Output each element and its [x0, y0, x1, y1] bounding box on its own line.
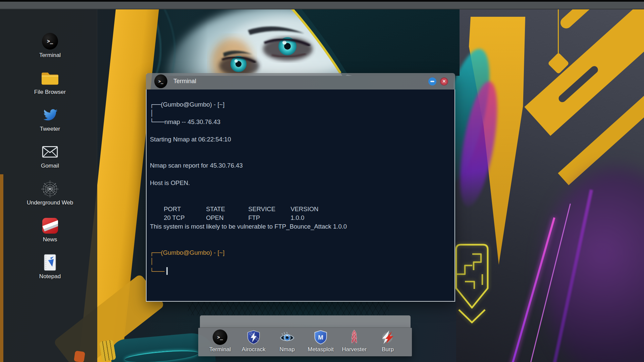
folder-icon	[41, 69, 59, 87]
terminal-cursor	[166, 267, 168, 275]
bird-icon	[41, 106, 59, 124]
dock: >_ Terminal Airocrack	[198, 328, 412, 356]
desktop-icon-tweeter[interactable]: Tweeter	[19, 106, 80, 132]
wallpaper-hair	[453, 40, 514, 228]
desktop-icon-terminal[interactable]: >_ Terminal	[19, 32, 80, 59]
dock-item-airocrack[interactable]: Airocrack	[237, 328, 270, 356]
dock-item-label: Airocrack	[242, 346, 266, 353]
terminal-line-starting: Starting Nmap at 06:22:54:10	[150, 135, 448, 144]
dock-item-label: Harvester	[342, 346, 367, 353]
desktop-icon-label: Notepad	[39, 273, 61, 280]
dock-item-label: Terminal	[209, 346, 231, 353]
top-menubar[interactable]	[0, 0, 644, 9]
desktop-icon-gomail[interactable]: Gomail	[19, 142, 80, 169]
terminal-line-report: Nmap scan report for 45.30.76.43	[150, 161, 448, 170]
wheat-icon	[346, 329, 362, 345]
eye-icon	[279, 329, 295, 345]
prompt-identity: (Gumbo@Gumbo) - [~]	[161, 249, 225, 256]
prompt-line: │	[150, 109, 448, 118]
port-table-header: PORTSTATESERVICEVERSION	[150, 196, 448, 205]
desktop-icon-label: Terminal	[39, 52, 61, 59]
prompt-line: ┌──(Gumbo@Gumbo) - [~]	[150, 100, 448, 109]
terminal-line-host: Host is OPEN.	[150, 179, 448, 187]
minimize-button[interactable]	[428, 77, 436, 85]
wallpaper-fence-texture	[188, 299, 389, 315]
terminal-line-vulnerability: This system is most likely to be vulnera…	[150, 222, 448, 231]
close-icon: ✕	[442, 79, 446, 83]
prompt-line: │	[150, 257, 448, 266]
shield-m-icon: M	[313, 329, 328, 345]
desktop-icon-label: News	[43, 236, 57, 243]
svg-text:M: M	[318, 334, 323, 341]
desktop-icon-underground-web[interactable]: Underground Web	[19, 179, 80, 206]
dock-item-harvester[interactable]: Harvester	[337, 328, 371, 356]
shield-bolt-icon	[246, 329, 261, 345]
window-titlebar[interactable]: >_ Terminal ✕	[146, 73, 455, 89]
desktop-icon-label: Underground Web	[27, 199, 73, 206]
wallpaper-pendant-line	[558, 9, 559, 57]
prompt-line: └───	[150, 266, 448, 275]
terminal-window: >_ Terminal ✕ ┌──(Gumbo@Gumbo) - [~] │ └…	[146, 73, 455, 302]
wallpaper-glove-accent	[74, 351, 85, 362]
wallpaper-neon-emblem	[453, 242, 490, 326]
desktop-icon-news[interactable]: News	[19, 216, 80, 243]
globe-bolt-icon	[380, 329, 395, 345]
dock-item-nmap[interactable]: Nmap	[270, 328, 304, 356]
dock-item-terminal[interactable]: >_ Terminal	[203, 328, 237, 356]
dock-item-label: Burp	[382, 346, 394, 353]
desktop-icon-file-browser[interactable]: File Browser	[19, 69, 80, 96]
prompt-line: ┌──(Gumbo@Gumbo) - [~]	[150, 248, 448, 257]
close-button[interactable]: ✕	[440, 77, 448, 85]
desktop: >_ Terminal File Browser	[0, 0, 644, 362]
news-icon	[41, 216, 59, 235]
wallpaper-orange-strip	[0, 174, 3, 362]
dock-item-label: Metasploit	[308, 346, 333, 353]
terminal-icon: >_	[212, 329, 228, 345]
window-title: Terminal	[173, 78, 196, 85]
notepad-icon	[41, 253, 59, 272]
desktop-icon-label: Gomail	[41, 163, 59, 169]
desktop-icon-list: >_ Terminal File Browser	[19, 32, 80, 290]
prompt-command: nmap -- 45.30.76.43	[164, 118, 220, 125]
wallpaper-face-art	[144, 9, 460, 76]
dock-strip	[200, 315, 411, 328]
web-icon	[41, 179, 59, 198]
desktop-icon-label: File Browser	[34, 89, 66, 96]
minimize-icon	[430, 81, 434, 82]
terminal-output[interactable]: ┌──(Gumbo@Gumbo) - [~] │ └───nmap -- 45.…	[146, 89, 455, 302]
desktop-icon-label: Tweeter	[40, 126, 60, 132]
prompt-line: └───nmap -- 45.30.76.43	[150, 118, 448, 126]
terminal-app-icon: >_	[154, 74, 167, 88]
envelope-icon	[41, 142, 59, 161]
dock-item-metasploit[interactable]: M Metasploit	[304, 328, 337, 356]
terminal-icon: >_	[41, 32, 59, 51]
desktop-icon-notepad[interactable]: Notepad	[19, 253, 80, 280]
dock-item-label: Nmap	[279, 346, 294, 353]
prompt-identity: (Gumbo@Gumbo) - [~]	[161, 101, 225, 108]
dock-item-burp[interactable]: Burp	[371, 328, 405, 356]
